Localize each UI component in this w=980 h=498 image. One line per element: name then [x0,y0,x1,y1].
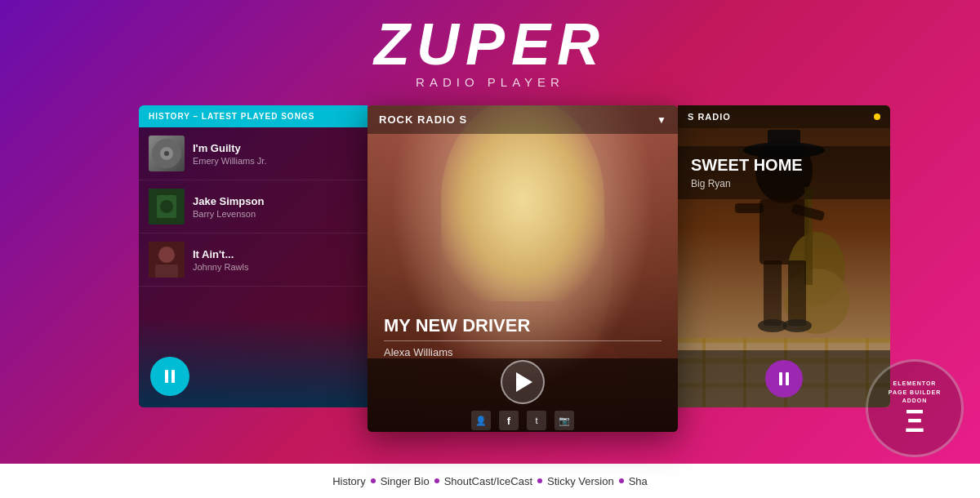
right-artist-name: Big Ryan [691,178,877,189]
camera-icon[interactable]: 📷 [555,411,574,430]
track-thumbnail [149,242,185,278]
separator-dot-3 [537,478,542,483]
right-pause-button[interactable] [765,360,803,398]
logo-subtitle: RADIO PLAYER [0,75,980,89]
elementor-logo-icon: Ξ [905,406,924,437]
svg-rect-26 [791,203,825,221]
elementor-circle: ELEMENTORPAGE BUILDERADDON Ξ [866,359,964,457]
divider [384,340,662,341]
panel-bottom-overlay [139,318,368,407]
svg-point-12 [478,183,568,289]
elementor-badge-text: ELEMENTORPAGE BUILDERADDON [882,380,947,406]
players-row: HISTORY – LATEST PLAYED SONGS I'm Guilty… [0,105,980,432]
svg-point-13 [457,130,588,293]
header: ZUPER RADIO PLAYER [0,0,980,97]
svg-rect-25 [735,203,764,213]
live-indicator [874,113,880,120]
right-pause-icon [779,372,789,385]
elementor-badge: ELEMENTORPAGE BUILDERADDON Ξ [866,359,964,457]
feature-sticky[interactable]: Sticky Version [547,475,614,487]
track-artist: Johnny Rawls [193,262,248,272]
track-title: Jake Simpson [193,195,264,207]
right-song-title: SWEET HOME [691,156,877,175]
track-info: I'm Guilty Emery Williams Jr. [193,142,266,166]
feature-singer-bio[interactable]: Singer Bio [381,475,430,487]
bottom-feature-bar: History Singer Bio ShoutCast/IceCast Sti… [0,464,980,498]
logo: ZUPER [0,15,980,73]
pause-bar-2 [786,372,789,385]
dropdown-arrow-icon[interactable]: ▼ [657,114,666,126]
track-artist: Emery Williams Jr. [193,156,266,166]
svg-rect-8 [155,265,178,278]
separator-dot-4 [619,478,624,483]
list-item: I'm Guilty Emery Williams Jr. [139,127,368,180]
right-panel-header: S RADIO [678,105,890,128]
track-title: It Ain't... [193,248,248,260]
svg-rect-28 [788,260,806,326]
svg-point-23 [784,269,849,334]
svg-point-5 [160,200,173,213]
list-item: Jake Simpson Barry Levenson [139,180,368,233]
center-player-controls: 👤 f t 📷 [368,358,678,432]
feature-history[interactable]: History [332,475,365,487]
pause-bar-right [172,370,175,383]
svg-point-29 [758,319,787,332]
track-thumbnail [149,189,185,225]
right-player-controls [678,350,890,407]
pause-button[interactable] [150,357,189,396]
center-player-header: ROCK RADIO S ▼ [368,105,678,134]
track-artist: Barry Levenson [193,209,264,219]
pause-icon [165,370,175,383]
svg-point-30 [782,319,812,332]
main-player-panel: ROCK RADIO S ▼ MY NEW DRIVER Alexa Willi… [368,105,678,432]
twitter-icon[interactable]: t [527,411,546,430]
list-item: It Ain't... Johnny Rawls [139,233,368,287]
play-button[interactable] [501,360,545,404]
svg-point-2 [164,151,169,156]
right-song-info: SWEET HOME Big Ryan [678,146,890,199]
separator-dot-2 [434,478,439,483]
svg-rect-24 [804,187,813,285]
center-artist-name: Alexa Williams [384,346,662,358]
facebook-icon[interactable]: f [499,411,519,430]
track-thumbnail [149,136,185,171]
svg-point-22 [788,232,845,305]
track-info: Jake Simpson Barry Levenson [193,195,264,219]
svg-rect-27 [764,260,782,326]
track-info: It Ain't... Johnny Rawls [193,248,248,272]
right-radio-name: S RADIO [688,112,731,122]
right-player-panel: S RADIO SWEET HOME Big Ryan [678,105,890,407]
pause-bar-1 [779,372,782,385]
pause-bar-left [165,370,168,383]
play-icon [516,372,532,392]
history-panel: HISTORY – LATEST PLAYED SONGS I'm Guilty… [139,105,368,407]
separator-dot-1 [371,478,376,483]
history-header: HISTORY – LATEST PLAYED SONGS [139,105,368,127]
feature-shoutcast[interactable]: ShoutCast/IceCast [444,475,532,487]
social-icons-row: 👤 f t 📷 [471,411,574,430]
svg-rect-21 [760,199,808,265]
center-song-info: MY NEW DRIVER Alexa Williams [368,316,678,358]
center-song-title: MY NEW DRIVER [384,316,662,336]
history-list: I'm Guilty Emery Williams Jr. Jake Simps… [139,127,368,287]
track-title: I'm Guilty [193,142,266,154]
profile-icon[interactable]: 👤 [471,411,491,430]
radio-station-name: ROCK RADIO S [379,113,467,126]
svg-rect-32 [678,338,890,343]
feature-share[interactable]: Sha [629,475,648,487]
svg-point-7 [158,247,175,263]
